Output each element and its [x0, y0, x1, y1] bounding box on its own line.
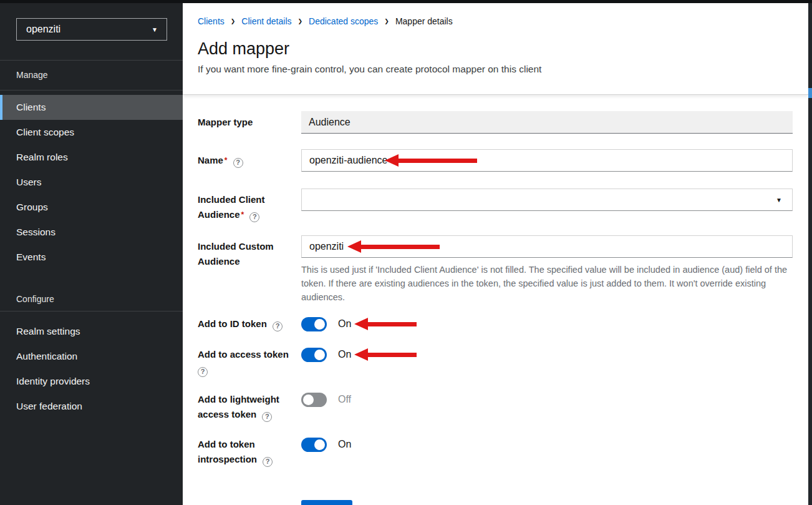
mapper-type-label: Mapper type — [198, 111, 301, 130]
toggle-knob — [314, 350, 325, 360]
sidebar-item-users[interactable]: Users — [0, 170, 183, 195]
page-subtitle: If you want more fine-grain control, you… — [198, 63, 793, 84]
add-to-id-token-state: On — [338, 318, 351, 330]
arrow-head — [385, 154, 399, 167]
annotation-arrow — [354, 318, 417, 330]
annotation-arrow — [354, 348, 417, 361]
mapper-type-input — [301, 111, 793, 134]
toggle-knob — [303, 395, 314, 405]
breadcrumb-client-details[interactable]: Client details — [241, 16, 291, 27]
form-row-add-to-lightweight-access-token: Add to lightweight access token ? Off — [198, 392, 793, 422]
scrollbar-marker — [808, 88, 812, 98]
chevron-right-icon: ❯ — [231, 16, 236, 27]
form-actions-row: Save Cancel — [198, 500, 793, 505]
form-row-included-client-audience: Included Client Audience* ? ▼ — [198, 189, 793, 222]
page-title: Add mapper — [198, 39, 793, 58]
add-to-token-introspection-state: On — [338, 439, 351, 450]
required-indicator: * — [241, 210, 244, 219]
included-custom-audience-label: Included Custom Audience — [198, 235, 301, 269]
included-custom-audience-label-text: Included Custom Audience — [198, 241, 274, 267]
toggle-knob — [314, 319, 325, 330]
sidebar: openziti ▼ Manage Clients Client scopes … — [0, 0, 183, 505]
help-icon[interactable]: ? — [273, 321, 283, 331]
arrow-shaft — [368, 322, 417, 326]
chevron-right-icon: ❯ — [298, 16, 303, 27]
breadcrumb-clients[interactable]: Clients — [198, 16, 225, 27]
manage-nav: Clients Client scopes Realm roles Users … — [0, 91, 183, 270]
included-custom-audience-help: This is used just if 'Included Client Au… — [301, 263, 793, 304]
main-content: Clients ❯ Client details ❯ Dedicated sco… — [183, 3, 808, 505]
save-button[interactable]: Save — [301, 500, 352, 505]
sidebar-item-user-federation[interactable]: User federation — [0, 394, 183, 419]
add-to-id-token-toggle[interactable] — [301, 317, 327, 331]
annotation-arrow — [385, 154, 477, 167]
toggle-knob — [314, 439, 325, 450]
add-to-token-introspection-label: Add to token introspection ? — [198, 437, 301, 467]
add-to-lightweight-access-token-label-text2: access token — [198, 409, 256, 419]
help-icon[interactable]: ? — [198, 367, 208, 377]
add-to-token-introspection-label-text: Add to token — [198, 439, 255, 449]
add-to-lightweight-access-token-label-text: Add to lightweight — [198, 394, 279, 404]
sidebar-item-events[interactable]: Events — [0, 245, 183, 270]
breadcrumb: Clients ❯ Client details ❯ Dedicated sco… — [198, 16, 793, 27]
arrow-head — [347, 240, 361, 253]
annotation-arrow — [347, 240, 440, 253]
add-to-access-token-label: Add to access token ? — [198, 347, 301, 377]
sidebar-item-sessions[interactable]: Sessions — [0, 220, 183, 245]
form-row-included-custom-audience: Included Custom Audience This is used ju… — [198, 235, 793, 304]
form-row-add-to-id-token: Add to ID token ? On — [198, 316, 793, 331]
arrow-head — [354, 318, 368, 330]
form-row-mapper-type: Mapper type — [198, 111, 793, 134]
arrow-shaft — [368, 353, 417, 357]
mapper-type-label-text: Mapper type — [198, 117, 253, 127]
add-to-access-token-state: On — [338, 349, 351, 360]
chevron-down-icon: ▼ — [152, 26, 158, 33]
configure-nav: Realm settings Authentication Identity p… — [0, 311, 183, 419]
form-row-add-to-access-token: Add to access token ? On — [198, 347, 793, 377]
sidebar-item-realm-roles[interactable]: Realm roles — [0, 145, 183, 170]
add-to-id-token-label-text: Add to ID token — [198, 318, 267, 329]
sidebar-item-authentication[interactable]: Authentication — [0, 344, 183, 369]
name-input[interactable] — [301, 149, 793, 172]
chevron-down-icon: ▼ — [776, 197, 782, 203]
realm-name: openziti — [26, 24, 60, 35]
add-to-lightweight-access-token-state: Off — [338, 394, 351, 405]
sidebar-section-manage: Manage — [0, 61, 183, 90]
sidebar-item-clients[interactable]: Clients — [0, 95, 183, 120]
help-icon[interactable]: ? — [262, 412, 272, 422]
chevron-right-icon: ❯ — [384, 16, 389, 27]
name-label: Name* ? — [198, 149, 301, 168]
sidebar-item-client-scopes[interactable]: Client scopes — [0, 120, 183, 145]
add-to-token-introspection-label-text2: introspection — [198, 454, 257, 464]
realm-selector[interactable]: openziti ▼ — [16, 18, 167, 41]
help-icon[interactable]: ? — [233, 158, 243, 168]
add-to-access-token-toggle[interactable] — [301, 348, 327, 362]
name-label-text: Name — [198, 155, 223, 165]
breadcrumb-mapper-details: Mapper details — [395, 16, 453, 27]
add-to-access-token-label-text: Add to access token — [198, 349, 289, 360]
arrow-head — [354, 348, 368, 361]
help-icon[interactable]: ? — [263, 457, 273, 467]
add-to-lightweight-access-token-toggle[interactable] — [301, 393, 327, 407]
arrow-shaft — [399, 159, 477, 163]
sidebar-item-groups[interactable]: Groups — [0, 195, 183, 220]
required-indicator: * — [225, 156, 228, 165]
add-mapper-form: Mapper type Name* ? Included Client Audi… — [183, 95, 808, 505]
sidebar-item-realm-settings[interactable]: Realm settings — [0, 319, 183, 344]
page-header: Clients ❯ Client details ❯ Dedicated sco… — [183, 3, 808, 95]
add-to-token-introspection-toggle[interactable] — [301, 438, 327, 452]
help-icon[interactable]: ? — [249, 212, 259, 222]
arrow-shaft — [361, 245, 440, 249]
add-to-id-token-label: Add to ID token ? — [198, 316, 301, 331]
included-client-audience-select[interactable]: ▼ — [301, 189, 793, 211]
form-row-add-to-token-introspection: Add to token introspection ? On — [198, 437, 793, 467]
included-client-audience-label: Included Client Audience* ? — [198, 189, 301, 222]
sidebar-section-configure: Configure — [0, 270, 183, 311]
window-top-edge — [0, 0, 812, 3]
sidebar-item-identity-providers[interactable]: Identity providers — [0, 369, 183, 394]
scrollbar[interactable] — [808, 0, 812, 505]
form-row-name: Name* ? — [198, 149, 793, 172]
breadcrumb-dedicated-scopes[interactable]: Dedicated scopes — [309, 16, 378, 27]
add-to-lightweight-access-token-label: Add to lightweight access token ? — [198, 392, 301, 422]
